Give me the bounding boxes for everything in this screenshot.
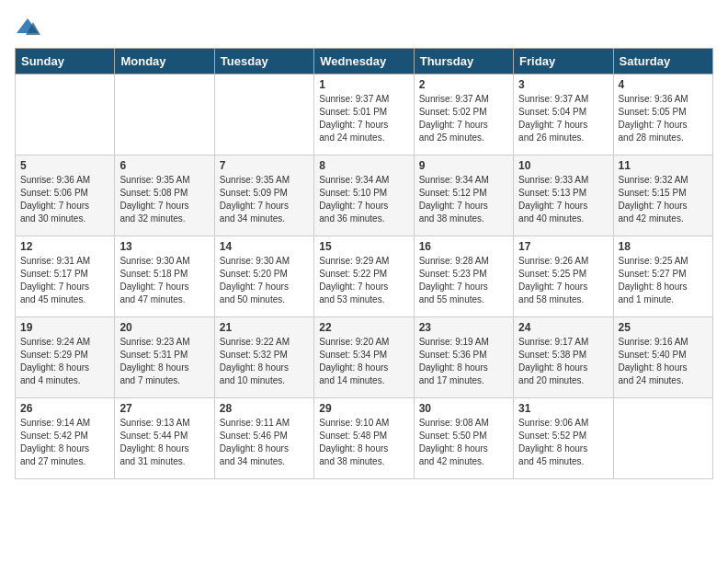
day-info: Sunrise: 9:34 AM Sunset: 5:10 PM Dayligh… xyxy=(319,174,408,225)
day-number: 25 xyxy=(619,321,708,334)
day-cell-5: 5Sunrise: 9:36 AM Sunset: 5:06 PM Daylig… xyxy=(16,155,115,236)
header-day-saturday: Saturday xyxy=(613,49,712,75)
day-number: 11 xyxy=(619,159,708,172)
day-info: Sunrise: 9:16 AM Sunset: 5:40 PM Dayligh… xyxy=(619,336,708,387)
header-day-monday: Monday xyxy=(115,49,214,75)
day-info: Sunrise: 9:23 AM Sunset: 5:31 PM Dayligh… xyxy=(119,336,209,387)
day-number: 10 xyxy=(518,159,608,172)
day-info: Sunrise: 9:19 AM Sunset: 5:36 PM Dayligh… xyxy=(419,336,508,387)
day-number: 7 xyxy=(220,159,309,172)
day-number: 13 xyxy=(119,240,209,253)
day-cell-9: 9Sunrise: 9:34 AM Sunset: 5:12 PM Daylig… xyxy=(414,155,513,236)
day-info: Sunrise: 9:17 AM Sunset: 5:38 PM Dayligh… xyxy=(518,336,608,387)
day-info: Sunrise: 9:35 AM Sunset: 5:09 PM Dayligh… xyxy=(220,174,309,225)
day-info: Sunrise: 9:06 AM Sunset: 5:52 PM Dayligh… xyxy=(518,417,608,468)
day-number: 18 xyxy=(619,240,708,253)
empty-cell xyxy=(613,398,712,479)
day-cell-18: 18Sunrise: 9:25 AM Sunset: 5:27 PM Dayli… xyxy=(613,236,712,317)
header-row: SundayMondayTuesdayWednesdayThursdayFrid… xyxy=(16,49,713,75)
day-number: 3 xyxy=(518,78,608,91)
day-number: 30 xyxy=(419,402,508,415)
day-cell-16: 16Sunrise: 9:28 AM Sunset: 5:23 PM Dayli… xyxy=(414,236,513,317)
day-number: 4 xyxy=(619,78,708,91)
day-number: 29 xyxy=(319,402,408,415)
day-cell-14: 14Sunrise: 9:30 AM Sunset: 5:20 PM Dayli… xyxy=(214,236,313,317)
day-number: 31 xyxy=(518,402,608,415)
day-number: 1 xyxy=(319,78,408,91)
day-number: 26 xyxy=(20,402,109,415)
day-info: Sunrise: 9:33 AM Sunset: 5:13 PM Dayligh… xyxy=(518,174,608,225)
logo xyxy=(15,15,44,40)
day-info: Sunrise: 9:37 AM Sunset: 5:04 PM Dayligh… xyxy=(518,93,608,144)
day-info: Sunrise: 9:25 AM Sunset: 5:27 PM Dayligh… xyxy=(619,255,708,306)
day-cell-4: 4Sunrise: 9:36 AM Sunset: 5:05 PM Daylig… xyxy=(613,75,712,155)
day-number: 20 xyxy=(119,321,209,334)
day-number: 5 xyxy=(20,159,109,172)
week-row-2: 5Sunrise: 9:36 AM Sunset: 5:06 PM Daylig… xyxy=(16,155,713,236)
day-number: 9 xyxy=(419,159,508,172)
calendar-table: SundayMondayTuesdayWednesdayThursdayFrid… xyxy=(15,48,713,479)
day-number: 22 xyxy=(319,321,408,334)
day-number: 17 xyxy=(518,240,608,253)
day-info: Sunrise: 9:24 AM Sunset: 5:29 PM Dayligh… xyxy=(20,336,109,387)
day-info: Sunrise: 9:08 AM Sunset: 5:50 PM Dayligh… xyxy=(419,417,508,468)
week-row-5: 26Sunrise: 9:14 AM Sunset: 5:42 PM Dayli… xyxy=(16,398,713,479)
day-info: Sunrise: 9:26 AM Sunset: 5:25 PM Dayligh… xyxy=(518,255,608,306)
day-cell-17: 17Sunrise: 9:26 AM Sunset: 5:25 PM Dayli… xyxy=(514,236,613,317)
day-cell-7: 7Sunrise: 9:35 AM Sunset: 5:09 PM Daylig… xyxy=(214,155,313,236)
day-number: 8 xyxy=(319,159,408,172)
day-cell-22: 22Sunrise: 9:20 AM Sunset: 5:34 PM Dayli… xyxy=(314,317,414,398)
day-info: Sunrise: 9:37 AM Sunset: 5:02 PM Dayligh… xyxy=(419,93,508,144)
day-info: Sunrise: 9:35 AM Sunset: 5:08 PM Dayligh… xyxy=(119,174,209,225)
day-number: 15 xyxy=(319,240,408,253)
day-cell-13: 13Sunrise: 9:30 AM Sunset: 5:18 PM Dayli… xyxy=(115,236,214,317)
day-info: Sunrise: 9:13 AM Sunset: 5:44 PM Dayligh… xyxy=(119,417,209,468)
day-cell-15: 15Sunrise: 9:29 AM Sunset: 5:22 PM Dayli… xyxy=(314,236,414,317)
day-info: Sunrise: 9:37 AM Sunset: 5:01 PM Dayligh… xyxy=(319,93,408,144)
day-cell-20: 20Sunrise: 9:23 AM Sunset: 5:31 PM Dayli… xyxy=(115,317,214,398)
day-cell-11: 11Sunrise: 9:32 AM Sunset: 5:15 PM Dayli… xyxy=(613,155,712,236)
week-row-3: 12Sunrise: 9:31 AM Sunset: 5:17 PM Dayli… xyxy=(16,236,713,317)
day-info: Sunrise: 9:31 AM Sunset: 5:17 PM Dayligh… xyxy=(20,255,109,306)
header-day-sunday: Sunday xyxy=(16,49,115,75)
page-header xyxy=(15,15,713,40)
day-info: Sunrise: 9:29 AM Sunset: 5:22 PM Dayligh… xyxy=(319,255,408,306)
day-cell-30: 30Sunrise: 9:08 AM Sunset: 5:50 PM Dayli… xyxy=(414,398,513,479)
day-info: Sunrise: 9:36 AM Sunset: 5:05 PM Dayligh… xyxy=(619,93,708,144)
day-cell-27: 27Sunrise: 9:13 AM Sunset: 5:44 PM Dayli… xyxy=(115,398,214,479)
day-cell-8: 8Sunrise: 9:34 AM Sunset: 5:10 PM Daylig… xyxy=(314,155,414,236)
day-cell-3: 3Sunrise: 9:37 AM Sunset: 5:04 PM Daylig… xyxy=(514,75,613,155)
day-cell-28: 28Sunrise: 9:11 AM Sunset: 5:46 PM Dayli… xyxy=(214,398,313,479)
day-info: Sunrise: 9:14 AM Sunset: 5:42 PM Dayligh… xyxy=(20,417,109,468)
day-info: Sunrise: 9:28 AM Sunset: 5:23 PM Dayligh… xyxy=(419,255,508,306)
day-cell-25: 25Sunrise: 9:16 AM Sunset: 5:40 PM Dayli… xyxy=(613,317,712,398)
day-cell-19: 19Sunrise: 9:24 AM Sunset: 5:29 PM Dayli… xyxy=(16,317,115,398)
day-cell-10: 10Sunrise: 9:33 AM Sunset: 5:13 PM Dayli… xyxy=(514,155,613,236)
day-number: 28 xyxy=(220,402,309,415)
day-info: Sunrise: 9:10 AM Sunset: 5:48 PM Dayligh… xyxy=(319,417,408,468)
day-number: 14 xyxy=(220,240,309,253)
day-info: Sunrise: 9:11 AM Sunset: 5:46 PM Dayligh… xyxy=(220,417,309,468)
day-cell-21: 21Sunrise: 9:22 AM Sunset: 5:32 PM Dayli… xyxy=(214,317,313,398)
day-cell-6: 6Sunrise: 9:35 AM Sunset: 5:08 PM Daylig… xyxy=(115,155,214,236)
day-number: 6 xyxy=(119,159,209,172)
day-cell-1: 1Sunrise: 9:37 AM Sunset: 5:01 PM Daylig… xyxy=(314,75,414,155)
day-cell-31: 31Sunrise: 9:06 AM Sunset: 5:52 PM Dayli… xyxy=(514,398,613,479)
day-number: 21 xyxy=(220,321,309,334)
day-number: 12 xyxy=(20,240,109,253)
day-number: 16 xyxy=(419,240,508,253)
day-info: Sunrise: 9:30 AM Sunset: 5:20 PM Dayligh… xyxy=(220,255,309,306)
day-number: 23 xyxy=(419,321,508,334)
day-number: 2 xyxy=(419,78,508,91)
logo-icon xyxy=(15,15,40,40)
day-cell-24: 24Sunrise: 9:17 AM Sunset: 5:38 PM Dayli… xyxy=(514,317,613,398)
header-day-tuesday: Tuesday xyxy=(214,49,313,75)
day-number: 19 xyxy=(20,321,109,334)
day-info: Sunrise: 9:36 AM Sunset: 5:06 PM Dayligh… xyxy=(20,174,109,225)
header-day-thursday: Thursday xyxy=(414,49,513,75)
day-info: Sunrise: 9:22 AM Sunset: 5:32 PM Dayligh… xyxy=(220,336,309,387)
week-row-4: 19Sunrise: 9:24 AM Sunset: 5:29 PM Dayli… xyxy=(16,317,713,398)
day-cell-2: 2Sunrise: 9:37 AM Sunset: 5:02 PM Daylig… xyxy=(414,75,513,155)
header-day-friday: Friday xyxy=(514,49,613,75)
day-info: Sunrise: 9:32 AM Sunset: 5:15 PM Dayligh… xyxy=(619,174,708,225)
